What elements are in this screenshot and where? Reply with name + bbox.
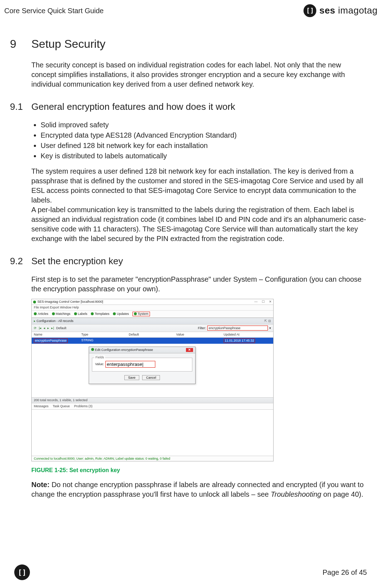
tab-task-queue[interactable]: Task Queue: [53, 404, 70, 408]
filter-label: Filter:: [198, 326, 206, 330]
page-header: Core Service Quick Start Guide [] ses im…: [0, 0, 384, 19]
toolbar-default[interactable]: Default: [56, 326, 67, 330]
minimize-icon[interactable]: —: [254, 300, 258, 304]
lower-tabs: Messages Task Queue Problems (3): [32, 403, 273, 409]
panel-pin-icon[interactable]: ⇱ ⊟: [264, 319, 271, 323]
table-row[interactable]: encryptionPassphrase STRING 11.01.2018 1…: [32, 338, 273, 344]
heading-1: 9 Setup Security: [10, 36, 367, 52]
lower-panel: [32, 409, 273, 456]
page-footer: [] Page 26 of 45: [0, 564, 384, 580]
heading-9-2: 9.2 Set the encryption key: [10, 255, 367, 267]
heading-1-number: 9: [10, 36, 31, 52]
doc-title: Core Service Quick Start Guide: [4, 6, 104, 16]
status-dot-icon: [134, 312, 137, 315]
col-type[interactable]: Type: [81, 333, 129, 337]
last-page-icon[interactable]: ▸|: [51, 326, 54, 330]
prev-page-icon[interactable]: ◂: [43, 326, 45, 330]
tab-templates[interactable]: Templates: [91, 312, 109, 316]
list-item: User defined 128 bit network key for eac…: [41, 141, 367, 150]
figure-caption: FIGURE 1-25: Set encryption key: [31, 466, 367, 474]
fieldset-legend: Fields: [94, 356, 105, 359]
tab-matchings[interactable]: Matchings: [52, 312, 71, 316]
window-title: SES-imagotag Control Center [localhost:8…: [37, 300, 103, 304]
cell-updated: 11.01.2018 17:45:32: [224, 338, 255, 343]
note-troubleshooting-link: Troubleshooting: [271, 490, 321, 498]
heading-1-text: Setup Security: [31, 36, 105, 52]
tab-label: Matchings: [56, 312, 71, 316]
dialog-title: Edit Configuration encryptionPassphrase: [95, 348, 153, 352]
col-value[interactable]: Value: [176, 333, 224, 337]
intro-paragraph: The security concept is based on individ…: [31, 60, 367, 89]
tab-labels[interactable]: Labels: [74, 312, 88, 316]
heading-9-1-number: 9.1: [10, 101, 31, 113]
heading-9-1: 9.1 General encryption features and how …: [10, 101, 367, 113]
maximize-icon[interactable]: ☐: [262, 300, 265, 304]
note-label: Note:: [31, 481, 50, 489]
brand-badge-icon: []: [303, 4, 316, 17]
status-dot-icon: [34, 312, 37, 315]
page-number: Page 26 of 45: [322, 568, 367, 577]
menubar[interactable]: File Import Export Window Help: [32, 305, 273, 311]
note-text-2: on page 40).: [321, 490, 363, 498]
fields-fieldset: Fields Value:: [92, 358, 192, 372]
records-status: 200 total records, 1 visible, 1 selected: [32, 397, 273, 403]
edit-dialog: Edit Configuration encryptionPassphrase …: [89, 347, 196, 384]
status-dot-icon: [91, 312, 94, 315]
tab-label: Updates: [117, 312, 129, 316]
cancel-button[interactable]: Cancel: [142, 375, 160, 380]
list-item: Key is distributed to labels automatical…: [41, 151, 367, 161]
heading-9-2-text: Set the encryption key: [31, 255, 123, 267]
list-item: Solid improved safety: [41, 120, 367, 130]
tab-label: Templates: [95, 312, 109, 316]
status-dot-icon: [113, 312, 116, 315]
panel-title: Configuration - All records: [37, 319, 74, 323]
table-body-area: Edit Configuration encryptionPassphrase …: [32, 344, 273, 397]
col-default[interactable]: Default: [129, 333, 176, 337]
tab-label: Labels: [78, 312, 88, 316]
tab-updates[interactable]: Updates: [113, 312, 129, 316]
dialog-close-icon[interactable]: ✕: [186, 348, 193, 352]
table-header: Name Type Default Value Updated At: [32, 332, 273, 338]
tab-system[interactable]: System: [133, 312, 150, 316]
cell-value: [176, 338, 224, 343]
section-91-paragraph: The system requires a user defined 128 b…: [31, 167, 367, 244]
tab-label: Articles: [38, 312, 48, 316]
note-paragraph: Note: Do not change encryption passphras…: [31, 480, 367, 499]
status-dot-icon: [52, 312, 55, 315]
section-92-paragraph: First step is to set the parameter "encr…: [31, 275, 367, 294]
screenshot-figure: SES-imagotag Control Center [localhost:8…: [31, 299, 274, 461]
cell-type: STRING: [81, 338, 129, 343]
tab-articles[interactable]: Articles: [34, 312, 48, 316]
tab-problems[interactable]: Problems (3): [74, 404, 93, 408]
tab-messages[interactable]: Messages: [34, 404, 48, 408]
list-item: Encrypted data type AES128 (Advanced Enc…: [41, 131, 367, 140]
first-page-icon[interactable]: |◂: [39, 326, 41, 330]
filter-input[interactable]: encryptionPassphrase: [207, 326, 268, 331]
heading-9-2-number: 9.2: [10, 255, 31, 267]
next-page-icon[interactable]: ▸: [47, 326, 49, 330]
passphrase-input[interactable]: [105, 361, 155, 368]
status-dot-icon: [91, 348, 94, 351]
value-label: Value:: [95, 362, 104, 366]
main-tabs: Articles Matchings Labels Templates Upda…: [32, 311, 273, 318]
document-content: 9 Setup Security The security concept is…: [0, 36, 384, 499]
brand-light: imagotag: [335, 5, 378, 16]
status-dot-icon: [74, 312, 77, 315]
filter-dropdown-icon[interactable]: ▾: [269, 326, 271, 330]
refresh-icon[interactable]: ⟳: [34, 326, 37, 330]
col-updated[interactable]: Updated At: [224, 333, 271, 337]
col-name[interactable]: Name: [34, 333, 81, 337]
brand-text: ses imagotag: [319, 4, 378, 17]
panel-header: ▸ Configuration - All records ⇱ ⊟: [32, 318, 273, 324]
window-titlebar: SES-imagotag Control Center [localhost:8…: [32, 299, 273, 305]
cell-name: encryptionPassphrase: [34, 338, 68, 343]
tab-label: System: [138, 312, 149, 316]
feature-list: Solid improved safety Encrypted data typ…: [41, 120, 367, 161]
connection-status: Connected to localhost:8000; User: admin…: [32, 456, 273, 461]
brand-logo: [] ses imagotag: [303, 4, 378, 17]
heading-9-1-text: General encryption features and how does…: [31, 101, 235, 113]
cell-default: [129, 338, 176, 343]
brand-bold: ses: [319, 5, 335, 16]
close-icon[interactable]: ✕: [269, 300, 272, 304]
save-button[interactable]: Save: [124, 375, 140, 380]
